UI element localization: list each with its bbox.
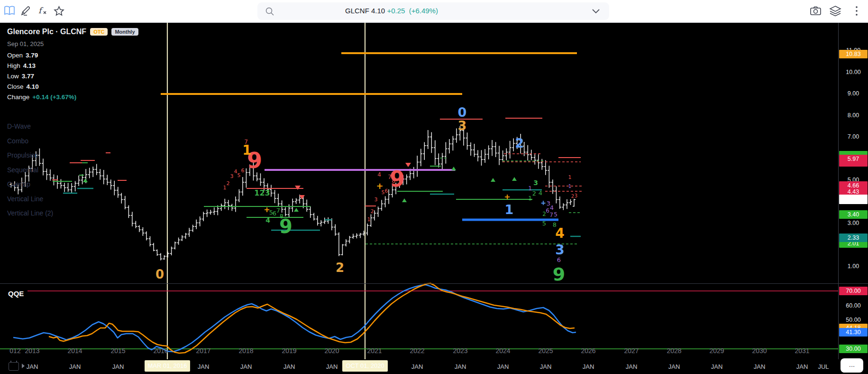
count-label: 2 [371,208,374,215]
timeframe-badge[interactable]: Monthly [111,28,138,36]
year-label-2016: 2016 [153,347,168,355]
calendar-icon[interactable] [9,362,19,371]
count-label: 7 [244,139,248,145]
qqe-trailing-line [49,283,575,353]
up-triangle-marker [294,208,299,212]
axis-label-10.00: 10.00 [839,68,868,76]
year-label-2019: 2019 [282,347,296,355]
count-label: 4 [555,225,564,241]
count-label: 5 [554,211,557,218]
favorites-star-icon[interactable] [51,3,66,19]
year-label-2013: 2013 [25,347,39,355]
axis-label-10.83: 10.83 [839,50,868,58]
ohlc-value: 3.79 [26,52,38,59]
ohlc-label: High [7,62,20,69]
month-label: JUL [818,363,829,370]
symbol-price: GLCNF 4.10 [345,7,385,15]
year-label-2028: 2028 [667,347,681,355]
month-label: JAN [497,363,509,370]
count-label: 1 [223,185,227,191]
ohlc-row: Open3.79 [7,52,138,58]
count-label: 0 [155,267,164,281]
indicator-item-d-wave[interactable]: D-Wave [7,122,138,129]
snapshot-camera-icon[interactable] [808,3,823,19]
axis-label-3.40: 3.40 [839,210,868,219]
count-label: 7 [549,212,553,218]
count-label: 2 [336,261,344,275]
axis-label-9.00: 9.00 [839,89,868,98]
pane-divider[interactable] [0,283,868,284]
month-label: JAN [711,363,723,370]
down-triangle-marker [405,163,411,167]
month-label: JAN [455,363,466,370]
chevron-down-icon[interactable] [592,9,600,14]
month-label: JAN [583,363,594,370]
count-label: 4 [234,168,238,175]
month-label: JAN [112,363,124,370]
axis-label-41.30: 41.30 [839,328,868,337]
qqe-indicator-label[interactable]: QQE [8,290,24,298]
change-row: Change+0.14 (+3.67%) [7,94,138,100]
indicators-fx-icon[interactable]: f [35,3,50,19]
layers-icon[interactable] [828,3,843,19]
month-label: JAN [283,363,295,370]
up-triangle-marker [402,198,407,202]
indicator-item-vertical-line[interactable]: Vertical Line [7,195,138,201]
qqe-panel [0,283,838,353]
expand-arrow-icon[interactable] [22,364,25,368]
ohlc-label: Open [7,52,23,59]
count-label: 1 [367,216,371,223]
ohlc-row: High4.13 [7,62,138,68]
count-label: + [376,181,383,191]
watchlist-book-icon[interactable] [2,3,17,19]
axis-more-button[interactable]: ... [841,358,863,373]
ohlc-value: 4.10 [27,83,39,90]
count-label: 4 [265,216,270,224]
indicator-item-sequential[interactable]: Sequential [7,166,138,172]
month-label: JAN [326,363,338,370]
axis-label-50.00: 50.00 [839,316,868,324]
count-label: 2 [571,194,574,199]
count-label: 5 [542,220,546,227]
axis-label-60.00: 60.00 [839,301,868,310]
count-label: 4 [539,189,542,196]
year-label-2020: 2020 [324,347,339,355]
ohlc-label: Low [7,73,19,80]
year-label-012: 012 [9,347,20,355]
symbol-title-row[interactable]: Glencore Plc · GLCNF OTC Monthly [7,28,138,36]
symbol-change: +0.25 (+6.49%) [387,7,438,15]
indicator-item-overlap[interactable]: Overlap [7,180,138,187]
count-label: 3 [375,196,378,203]
month-label: JAN [626,363,638,370]
exchange-badge: OTC [90,28,108,36]
month-label: JAN [27,363,38,370]
year-label-2026: 2026 [581,347,595,355]
count-label: 3 [555,242,564,258]
indicator-item-combo[interactable]: Combo [7,137,138,143]
vertical-line-date-badge: OCT 01, 2020 [342,360,388,372]
up-triangle-marker [451,167,456,170]
time-axis[interactable]: JANJANJANJANJANJANJANJANJANJANJANJANJANJ… [0,359,868,374]
count-label: 5 [238,172,241,178]
axis-label-30.00: 30.00 [839,345,868,353]
month-label: JAN [754,363,766,370]
indicator-item-vertical-line-2-[interactable]: Vertical Line (2) [7,209,138,215]
year-label-2015: 2015 [110,347,125,355]
axis-label-5.97: 5.97 [839,155,868,163]
indicator-item-propulsion[interactable]: Propulsion [7,151,138,158]
more-menu-kebab-icon[interactable] [849,3,864,19]
year-label-2029: 2029 [709,347,724,355]
axis-label-7.00: 7.00 [839,132,868,141]
count-label: 0 [458,105,467,120]
year-label-2021: 2021 [367,347,382,355]
year-label-2023: 2023 [453,347,467,355]
chart-legend: Glencore Plc · GLCNF OTC Monthly Sep 01,… [7,28,138,215]
month-label: JAN [411,363,423,370]
count-label: 6 [385,188,388,194]
up-triangle-marker [491,178,495,182]
change-label: Change [7,94,29,101]
count-label: 4 [550,204,554,211]
draw-pencil-icon[interactable] [18,3,33,19]
year-label-2030: 2030 [752,347,767,355]
vertical-line-date-badge: MAR 01, 2016 [145,360,190,372]
